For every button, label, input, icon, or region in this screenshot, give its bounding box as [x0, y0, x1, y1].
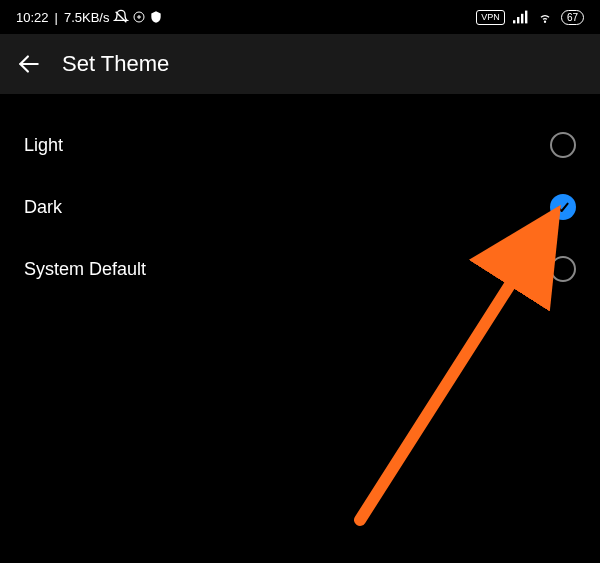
radio-checked-icon[interactable] — [550, 194, 576, 220]
status-network-speed: 7.5KB/s — [64, 10, 110, 25]
signal-icon — [513, 10, 529, 24]
option-label: System Default — [24, 259, 146, 280]
svg-rect-4 — [513, 20, 515, 23]
header: Set Theme — [0, 34, 600, 94]
vpn-badge: VPN — [476, 10, 505, 25]
option-system-default[interactable]: System Default — [0, 238, 600, 300]
status-left: 10:22 | 7.5KB/s — [16, 9, 163, 25]
option-dark[interactable]: Dark — [0, 176, 600, 238]
svg-rect-6 — [521, 14, 523, 24]
radio-unchecked-icon[interactable] — [550, 256, 576, 282]
page-title: Set Theme — [62, 51, 169, 77]
svg-point-8 — [544, 21, 545, 22]
option-label: Light — [24, 135, 63, 156]
back-arrow-icon[interactable] — [16, 51, 42, 77]
svg-rect-7 — [525, 11, 527, 24]
theme-options-list: Light Dark System Default — [0, 94, 600, 300]
option-label: Dark — [24, 197, 62, 218]
plus-icon — [133, 11, 145, 23]
radio-unchecked-icon[interactable] — [550, 132, 576, 158]
status-separator: | — [55, 10, 58, 25]
status-time: 10:22 — [16, 10, 49, 25]
status-bar: 10:22 | 7.5KB/s VPN — [0, 0, 600, 34]
svg-rect-5 — [517, 17, 519, 23]
shield-icon — [149, 10, 163, 24]
battery-badge: 67 — [561, 10, 584, 25]
notification-muted-icon — [113, 9, 129, 25]
option-light[interactable]: Light — [0, 114, 600, 176]
wifi-icon — [537, 10, 553, 24]
status-right: VPN 67 — [476, 10, 584, 25]
